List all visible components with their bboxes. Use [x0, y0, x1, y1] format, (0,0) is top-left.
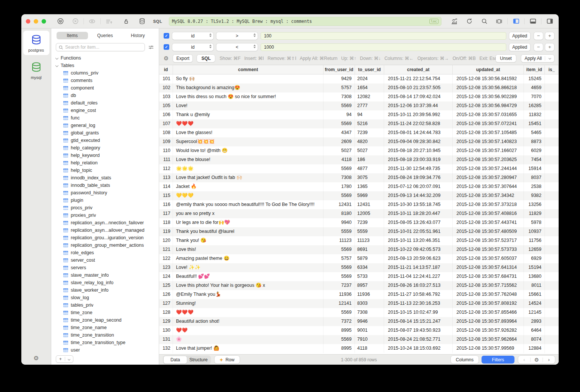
cell-comment[interactable]: Love this dress so much 😍 so nice for su… [173, 92, 324, 101]
cell-to_user_id[interactable]: 2777 [355, 101, 384, 110]
connection-plug-icon[interactable] [56, 17, 65, 26]
cell-from_user_id[interactable]: 5569 [324, 101, 355, 110]
table-row[interactable]: 103Love this dress so much 😍 so nice for… [159, 92, 559, 101]
cell-item_id[interactable]: 15661 [524, 290, 545, 299]
unset-button[interactable]: Unset [496, 55, 516, 62]
cell-to_user_id[interactable]: 12082 [355, 92, 384, 101]
cell-updated_at[interactable]: 2015-12-08 15:30:56.841592 [453, 75, 524, 83]
cell-item_id[interactable]: 6029 [524, 146, 545, 155]
cell-updated_at[interactable]: 2015-12-08 15:30:57.373218 [453, 200, 524, 209]
cell-from_user_id[interactable]: 2609 [324, 137, 355, 146]
cell-to_user_id[interactable]: 1654 [355, 83, 384, 92]
cell-is_[interactable] [545, 128, 559, 137]
cell-to_user_id[interactable]: 3075 [355, 173, 384, 182]
next-page-button[interactable]: › [543, 356, 555, 364]
cell-from_user_id[interactable]: 1780 [324, 182, 355, 191]
cell-from_user_id[interactable]: 7237 [324, 281, 355, 290]
toggle-bottom-panel-icon[interactable] [528, 17, 537, 26]
cell-is_[interactable] [545, 308, 559, 317]
cell-is_[interactable] [545, 75, 559, 83]
cell-id[interactable]: 127 [159, 299, 173, 308]
cell-from_user_id[interactable]: 9940 [324, 218, 355, 227]
cell-id[interactable]: 115 [159, 191, 173, 200]
cell-from_user_id[interactable]: 4118 [324, 155, 355, 164]
cell-updated_at[interactable]: 2015-12-08 15:30:57.808192 [453, 299, 524, 308]
cell-updated_at[interactable]: 2015-12-08 15:30:57.244144 [453, 164, 524, 173]
cell-item_id[interactable]: 15245 [524, 75, 545, 83]
cell-item_id[interactable]: 8074 [524, 335, 545, 344]
cell-created_at[interactable]: 2015-08-10 21:23:57.505 [384, 83, 453, 92]
cell-is_[interactable] [545, 164, 559, 173]
connection-mysql[interactable]: mysql [23, 58, 49, 82]
filters-button[interactable]: Filters [482, 356, 514, 364]
cell-updated_at[interactable]: 2015-12-08 15:30:57.99569 [453, 344, 524, 353]
cell-from_user_id[interactable]: 5569 [324, 308, 355, 317]
cell-from_user_id[interactable]: 5569 [324, 263, 355, 272]
cell-to_user_id[interactable]: 4118 [355, 344, 384, 353]
table-row[interactable]: 101So fly 🙌🏼942920242015-11-21 22:12:54.… [159, 75, 559, 83]
cell-updated_at[interactable]: 2015-12-08 15:30:57.408816 [453, 209, 524, 218]
cell-is_[interactable] [545, 299, 559, 308]
cell-from_user_id[interactable]: 5569 [324, 191, 355, 200]
cell-created_at[interactable]: 2015-08-18 20:27:10.945 [384, 146, 453, 155]
cell-updated_at[interactable]: 2015-12-08 15:30:57.641314 [453, 263, 524, 272]
cell-to_user_id[interactable]: 9001 [355, 326, 384, 335]
cell-id[interactable]: 132 [159, 344, 173, 353]
export-button[interactable]: Export [173, 55, 192, 62]
disconnect-icon[interactable] [71, 17, 80, 26]
cell-from_user_id[interactable]: 8995 [324, 344, 355, 353]
cell-is_[interactable] [545, 137, 559, 146]
center-panel-icon[interactable] [495, 17, 504, 26]
cell-comment[interactable]: 🌟🌟🌟 [173, 164, 324, 173]
cell-comment[interactable]: Love this photo! Your hair is gorgeous 😘… [173, 281, 324, 290]
table-row[interactable]: 119Thank you beautiful @laurel5559555920… [159, 227, 559, 236]
cell-updated_at[interactable]: 2015-12-08 15:30:57.203625 [453, 155, 524, 164]
add-item-split-button[interactable]: + [56, 355, 73, 363]
tab-data[interactable]: Data [164, 356, 187, 364]
cell-item_id[interactable]: 9382 [524, 191, 545, 200]
filter-operator-select[interactable]: > [216, 32, 258, 40]
add-filter-button[interactable]: + [545, 32, 554, 40]
cell-created_at[interactable]: 2015-08-07 19:43:50.923 [384, 326, 453, 335]
table-row[interactable]: 113Love that jacket! Outfit is fab 🙌🏻730… [159, 173, 559, 182]
cell-comment[interactable]: Jacket 🔥 [173, 182, 324, 191]
cell-id[interactable]: 117 [159, 209, 173, 218]
cell-item_id[interactable]: 15451 [524, 119, 545, 128]
filter-enabled-checkbox[interactable]: ✓ [164, 44, 169, 50]
add-filter-button[interactable]: + [545, 43, 554, 51]
tree-item-table[interactable]: help_relation [55, 159, 159, 167]
cell-id[interactable]: 113 [159, 173, 173, 182]
cell-from_user_id[interactable]: 94 [324, 110, 355, 119]
toggle-right-panel-icon[interactable] [545, 17, 554, 26]
cell-id[interactable]: 119 [159, 227, 173, 236]
table-row[interactable]: 130❤️❤️899590012015-08-07 19:43:50.92320… [159, 326, 559, 335]
cell-to_user_id[interactable]: 8303 [355, 299, 384, 308]
cell-id[interactable]: 109 [159, 137, 173, 146]
filter-value-input[interactable] [261, 43, 506, 51]
cell-to_user_id[interactable]: 7308 [355, 308, 384, 317]
cell-comment[interactable]: Thank you beautiful @laurel [173, 227, 324, 236]
tree-item-table[interactable]: innodb_index_stats [55, 174, 159, 182]
table-row[interactable]: 107❤️❤️❤️556952162015-11-24 22:02:58.828… [159, 119, 559, 128]
cell-comment[interactable]: Amazing pastel theme 😀 [173, 254, 324, 263]
add-item-button[interactable]: + [56, 356, 65, 362]
cell-is_[interactable] [545, 173, 559, 182]
cell-from_user_id[interactable]: 5757 [324, 83, 355, 92]
cell-is_[interactable] [545, 101, 559, 110]
cell-created_at[interactable]: 2015-10-15 10:02:47.99 [384, 308, 453, 317]
tree-item-table[interactable]: default_roles [55, 99, 159, 107]
previous-page-button[interactable]: ‹ [518, 356, 530, 364]
cell-comment[interactable]: So fly 🙌🏼 [173, 75, 324, 83]
cell-to_user_id[interactable]: 8957 [355, 281, 384, 290]
cell-is_[interactable] [545, 191, 559, 200]
cell-to_user_id[interactable]: 94 [355, 110, 384, 119]
cell-item_id[interactable]: 5465 [524, 128, 545, 137]
cell-is_[interactable] [545, 344, 559, 353]
tree-item-table[interactable]: global_grants [55, 129, 159, 137]
cell-comment[interactable]: Beautiful action shot! [173, 317, 324, 326]
tree-item-table[interactable]: replication_grou...iguration_version [55, 234, 159, 241]
tree-item-table[interactable]: replication_asyn...nnection_failover [55, 219, 159, 227]
tree-item-table[interactable]: password_history [55, 189, 159, 197]
cell-from_user_id[interactable]: 5569 [324, 245, 355, 254]
cell-id[interactable]: 102 [159, 83, 173, 92]
